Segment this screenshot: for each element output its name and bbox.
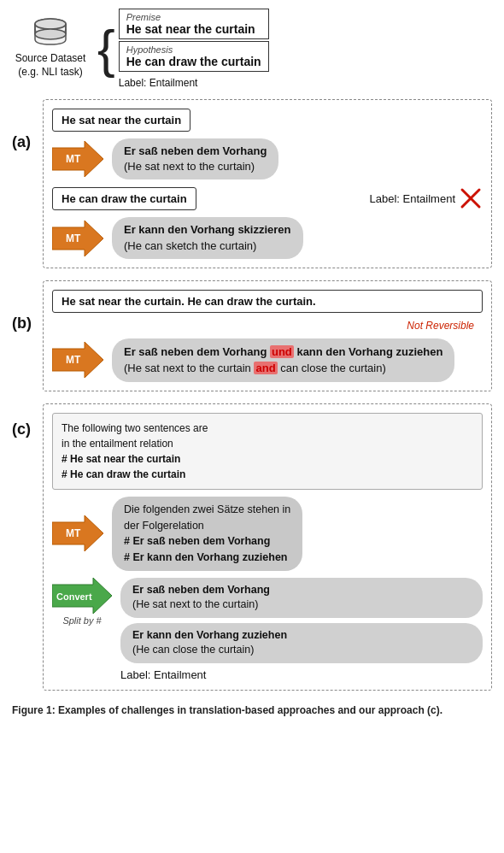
c-result2: Er kann den Vorhang zuziehen (He can clo… bbox=[120, 623, 483, 663]
c-label-entailment: Label: Entailment bbox=[120, 668, 483, 681]
b-highlight-und: und bbox=[270, 345, 294, 358]
section-a-box: He sat near the curtain MT Er saß neben … bbox=[43, 99, 492, 268]
a-translation2: Er kann den Vorhang skizzieren (He can s… bbox=[112, 217, 303, 258]
a-mt-arrow2: MT bbox=[52, 221, 103, 256]
source-dataset-label: Source Dataset (e.g. NLI task) bbox=[12, 18, 89, 79]
c-prompt-line2: in the entailment relation bbox=[62, 436, 473, 451]
b-combined-sentence: He sat near the curtain. He can draw the… bbox=[52, 290, 483, 313]
svg-text:MT: MT bbox=[66, 232, 81, 244]
c-mt-translation: Die folgenden zwei Sätze stehen in der F… bbox=[112, 497, 302, 571]
b-mt-arrow: MT bbox=[52, 342, 103, 378]
c-mt-line4: # Er kann den Vorhang zuziehen bbox=[124, 550, 290, 566]
c-result1: Er saß neben dem Vorhang (He sat next to… bbox=[120, 578, 483, 618]
c-mt-line1: Die folgenden zwei Sätze stehen in bbox=[124, 502, 290, 518]
cross-icon bbox=[459, 186, 483, 210]
c-result2-en: (He can close the curtain) bbox=[132, 643, 471, 658]
a-trans1-de: Er saß neben dem Vorhang bbox=[124, 144, 267, 159]
section-a-letter: (a) bbox=[12, 99, 36, 151]
convert-arrow-icon: Convert bbox=[52, 578, 112, 614]
c-convert-row: Convert Split by # Er saß neben dem Vorh… bbox=[52, 578, 483, 681]
b-mt-arrow-icon: MT bbox=[52, 342, 103, 378]
c-result1-de: Er saß neben dem Vorhang bbox=[132, 583, 471, 598]
svg-text:MT: MT bbox=[66, 153, 81, 165]
a-trans2-de: Er kann den Vorhang skizzieren bbox=[124, 222, 291, 238]
b-highlight-and: and bbox=[254, 362, 277, 374]
c-convert-results: Er saß neben dem Vorhang (He sat next to… bbox=[120, 578, 483, 681]
a-premise-box: He sat near the curtain bbox=[52, 109, 190, 132]
figure-caption: Figure 1: Examples of challenges in tran… bbox=[12, 703, 492, 718]
b-trans-en: (He sat next to the curtain and can clos… bbox=[124, 360, 442, 377]
c-split-label: Split by # bbox=[62, 615, 101, 626]
premise-row: Premise He sat near the curtain bbox=[119, 9, 269, 39]
section-c: (c) The following two sentences are in t… bbox=[12, 403, 492, 691]
svg-text:MT: MT bbox=[66, 527, 81, 539]
c-mt-line2: der Folgerelation bbox=[124, 518, 290, 534]
c-prompt-line3: # He sat near the curtain bbox=[62, 451, 473, 467]
c-prompt-line1: The following two sentences are bbox=[62, 421, 473, 436]
a-mt-row1: MT Er saß neben dem Vorhang (He sat next… bbox=[52, 138, 483, 179]
c-prompt-line4: # He can draw the curtain bbox=[62, 467, 473, 482]
a-label-cross: Label: Entailment bbox=[370, 186, 483, 210]
a-translation1: Er saß neben dem Vorhang (He sat next to… bbox=[112, 138, 278, 179]
c-result1-en: (He sat next to the curtain) bbox=[132, 597, 471, 613]
top-section: Source Dataset (e.g. NLI task) { Premise… bbox=[12, 9, 492, 89]
section-b-box: He sat near the curtain. He can draw the… bbox=[43, 280, 492, 391]
section-c-box: The following two sentences are in the e… bbox=[43, 403, 492, 691]
a-trans1-en: (He sat next to the curtain) bbox=[124, 159, 267, 174]
mt-arrow-icon: MT bbox=[52, 141, 103, 177]
c-mt-line3: # Er saß neben dem Vorhang bbox=[124, 533, 290, 550]
svg-point-1 bbox=[35, 19, 66, 29]
a-row1: He sat near the curtain bbox=[52, 109, 483, 132]
svg-text:Convert: Convert bbox=[56, 591, 92, 602]
not-reversible-label: Not Reversible bbox=[52, 320, 483, 332]
section-c-letter: (c) bbox=[12, 403, 36, 438]
bracket-symbol: { bbox=[97, 9, 119, 89]
a-hypothesis-row: He can draw the curtain Label: Entailmen… bbox=[52, 186, 483, 210]
a-mt-row2: MT Er kann den Vorhang skizzieren (He ca… bbox=[52, 217, 483, 258]
c-convert-arrow-wrap: Convert Split by # bbox=[52, 578, 112, 626]
svg-point-2 bbox=[35, 29, 66, 39]
c-mt-arrow: MT bbox=[52, 515, 103, 551]
c-result2-de: Er kann den Vorhang zuziehen bbox=[132, 628, 471, 644]
c-mt-row: MT Die folgenden zwei Sätze stehen in de… bbox=[52, 497, 483, 571]
a-hypothesis-box: He can draw the curtain bbox=[52, 187, 196, 210]
section-b: (b) He sat near the curtain. He can draw… bbox=[12, 280, 492, 391]
source-dataset-text: Source Dataset (e.g. NLI task) bbox=[15, 52, 86, 79]
bracket-rows: Premise He sat near the curtain Hypothes… bbox=[119, 9, 269, 89]
database-icon bbox=[32, 18, 69, 49]
hypothesis-label: Hypothesis bbox=[126, 44, 261, 55]
hypothesis-row: Hypothesis He can draw the curtain bbox=[119, 41, 269, 72]
b-trans-de: Er saß neben dem Vorhang und kann den Vo… bbox=[124, 344, 442, 361]
section-b-letter: (b) bbox=[12, 280, 36, 332]
b-translation: Er saß neben dem Vorhang und kann den Vo… bbox=[112, 338, 454, 382]
section-a: (a) He sat near the curtain MT Er saß ne… bbox=[12, 99, 492, 268]
a-mt-arrow1: MT bbox=[52, 141, 103, 177]
c-prompt-box: The following two sentences are in the e… bbox=[52, 413, 483, 490]
svg-text:MT: MT bbox=[66, 354, 81, 366]
nli-bracket: { Premise He sat near the curtain Hypoth… bbox=[97, 9, 269, 89]
premise-text: He sat near the curtain bbox=[126, 22, 261, 36]
caption-text: Figure 1: Examples of challenges in tran… bbox=[12, 704, 442, 716]
mt-arrow-icon2: MT bbox=[52, 221, 103, 256]
c-mt-arrow-icon: MT bbox=[52, 515, 103, 551]
premise-label: Premise bbox=[126, 12, 261, 22]
a-entailment-label: Label: Entailment bbox=[370, 192, 455, 205]
b-mt-row: MT Er saß neben dem Vorhang und kann den… bbox=[52, 338, 483, 382]
a-trans2-en: (He can sketch the curtain) bbox=[124, 238, 291, 254]
hypothesis-text: He can draw the curtain bbox=[126, 55, 261, 68]
top-label-entailment: Label: Entailment bbox=[119, 77, 269, 89]
